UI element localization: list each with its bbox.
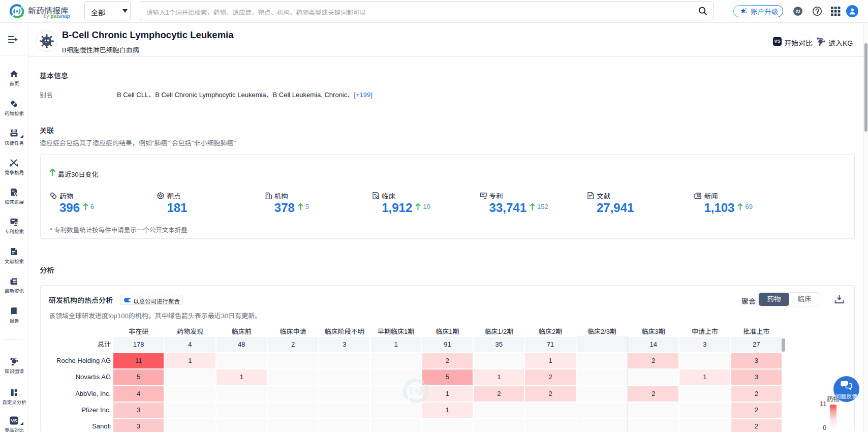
svg-text:VS: VS [11,418,17,423]
